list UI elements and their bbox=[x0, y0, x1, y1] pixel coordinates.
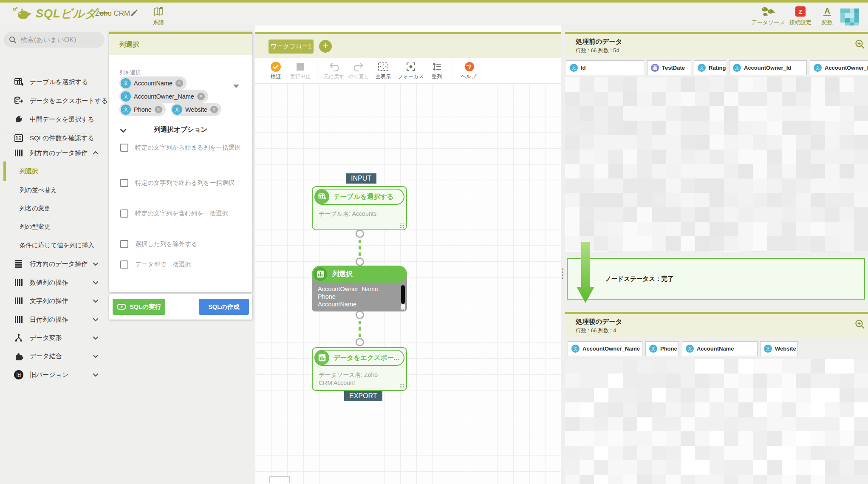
connector-port[interactable] bbox=[356, 338, 364, 346]
sidebar-item-intermediate-data[interactable]: 中間データを選択する bbox=[0, 112, 108, 127]
zoom-in-icon[interactable] bbox=[854, 38, 867, 51]
column-header-accountname[interactable]: 文 AccountName bbox=[682, 341, 758, 356]
sidebar-item-select-table[interactable]: テーブルを選択する bbox=[0, 74, 108, 90]
chevron-up-icon bbox=[92, 150, 99, 156]
search-input[interactable] bbox=[20, 36, 97, 44]
table-select-icon bbox=[14, 77, 24, 87]
chip-accountowner-name[interactable]: 文 AccountOwner_Name bbox=[119, 90, 208, 103]
sidebar-group-date-ops[interactable]: 日付列の操作 bbox=[0, 312, 108, 327]
checkbox-row-contains[interactable]: 特定の文字列を含む列を一括選択 bbox=[120, 209, 243, 218]
panel-splitter[interactable] bbox=[561, 25, 565, 484]
toolbar-undo[interactable]: 元に戻す bbox=[322, 61, 346, 80]
avatar[interactable] bbox=[840, 8, 859, 27]
vertical-bars-icon bbox=[14, 314, 24, 325]
scrollbar-thumb[interactable] bbox=[401, 285, 405, 304]
checkbox-row-exclude[interactable]: 選択した列を除外する bbox=[120, 240, 243, 249]
app-header: SQLビルダー Zoho CRM 系譜 データソース Z 接続設定 A 変 bbox=[0, 0, 868, 25]
node-column-select[interactable]: 列選択 AccountOwner_Name Phone AccountName bbox=[312, 266, 407, 309]
before-data-title: 処理前のデータ bbox=[576, 37, 622, 46]
sidebar-group-data-transform[interactable]: データ変形 bbox=[0, 330, 108, 345]
checkbox[interactable] bbox=[120, 240, 128, 248]
panel-actions-bar: SQLの実行 SQLの作成 bbox=[109, 294, 252, 320]
chip-phone[interactable]: 文 Phone bbox=[119, 103, 166, 116]
datasource-button[interactable]: データソース bbox=[750, 5, 786, 26]
add-workflow-button[interactable]: + bbox=[319, 40, 332, 53]
canvas-grid[interactable]: INPUT テーブルを選択する テーブル名: Accounts 列選択 bbox=[255, 84, 561, 484]
checkbox-row-by-type[interactable]: データ型で一括選択 bbox=[120, 260, 243, 269]
chip-website[interactable]: 文 Website bbox=[171, 103, 221, 116]
toolbar-stop[interactable]: 実行中止 bbox=[288, 61, 313, 80]
column-header-accountowner-id[interactable]: 文 AccountOwner_Id bbox=[729, 60, 807, 75]
column-header-accountowner-name[interactable]: 文 AccountOwner_Name bbox=[568, 341, 642, 356]
toolbar-align[interactable]: 整列 bbox=[426, 61, 447, 80]
resize-handle[interactable] bbox=[400, 305, 405, 310]
connector-port[interactable] bbox=[356, 258, 364, 266]
sidebar-group-legacy[interactable]: 旧 旧バージョン bbox=[0, 367, 108, 382]
node-export-data[interactable]: データをエクスポー... データソース名: Zoho CRM Account bbox=[312, 347, 407, 391]
sidebar-subitem-conditional-insert[interactable]: 条件に応じて値を列に挿入 bbox=[0, 238, 108, 252]
chevron-down-icon bbox=[92, 279, 99, 286]
remove-chip-icon[interactable] bbox=[175, 79, 183, 87]
toolbar-fit-view[interactable]: 全表示 bbox=[371, 61, 396, 80]
lineage-button[interactable]: 系譜 bbox=[140, 5, 177, 26]
chevron-down-icon bbox=[92, 334, 99, 341]
connector-port[interactable] bbox=[356, 229, 364, 238]
text-type-icon: 文 bbox=[764, 345, 772, 353]
before-data-header: 処理前のデータ 行数 : 66 列数 : 54 bbox=[565, 34, 868, 57]
column-header-testdate[interactable]: TestDate bbox=[647, 60, 691, 75]
checkbox-row-ends-with[interactable]: 特定の文字列で終わる列を一括選択 bbox=[120, 178, 243, 187]
sidebar-group-numeric-ops[interactable]: 数値列の操作 bbox=[0, 275, 108, 290]
column-header-phone[interactable]: 文 Phone bbox=[645, 341, 679, 356]
connector-port[interactable] bbox=[356, 311, 364, 319]
text-type-icon: 文 bbox=[733, 64, 741, 72]
toolbar-redo[interactable]: やり直し bbox=[346, 61, 371, 80]
checkbox-row-starts-with[interactable]: 特定の文字列から始まる列を一括選択 bbox=[120, 143, 243, 152]
sidebar-subitem-column-rename[interactable]: 列名の変更 bbox=[0, 201, 108, 215]
sidebar-subitem-column-select[interactable]: 列選択 bbox=[0, 164, 108, 178]
create-sql-button[interactable]: SQLの作成 bbox=[199, 299, 249, 315]
sidebar-item-export-data[interactable]: データをエクスポートする bbox=[0, 93, 108, 108]
remove-chip-icon[interactable] bbox=[197, 93, 205, 100]
edit-pencil-icon[interactable] bbox=[130, 8, 139, 18]
bar-chart-icon bbox=[315, 351, 329, 365]
resize-handle[interactable] bbox=[399, 384, 404, 389]
resize-handle[interactable] bbox=[399, 223, 404, 228]
chip-row: 文 AccountName bbox=[119, 76, 187, 90]
checkbox[interactable] bbox=[120, 179, 128, 187]
search-box[interactable] bbox=[3, 32, 105, 48]
zoom-in-icon[interactable] bbox=[854, 318, 867, 331]
column-header-accountowner-name[interactable]: 文 AccountOwner_Na bbox=[810, 60, 868, 75]
chip-accountname[interactable]: 文 AccountName bbox=[119, 76, 187, 90]
column-header-id[interactable]: 文 Id bbox=[566, 60, 644, 75]
sidebar-group-column-ops[interactable]: 列方向のデータ操作 bbox=[0, 145, 108, 161]
run-icon bbox=[117, 304, 126, 310]
sidebar-subitem-column-reorder[interactable]: 列の並べ替え bbox=[0, 183, 108, 197]
column-header-rating[interactable]: 文 Rating bbox=[694, 60, 726, 75]
toolbar-focus[interactable]: フォーカス bbox=[396, 61, 426, 80]
checkbox[interactable] bbox=[120, 209, 128, 218]
options-header[interactable]: 列選択オプション bbox=[109, 125, 252, 136]
node-select-table[interactable]: テーブルを選択する テーブル名: Accounts bbox=[312, 186, 407, 230]
text-type-icon: 文 bbox=[570, 64, 578, 72]
workflow-tab[interactable]: ワークフロー1 bbox=[269, 40, 314, 54]
checkbox[interactable] bbox=[120, 144, 128, 152]
column-header-website[interactable]: 文 Website bbox=[760, 341, 798, 356]
run-sql-button[interactable]: SQLの実行 bbox=[113, 299, 165, 315]
redo-icon bbox=[346, 61, 371, 73]
toolbar-verify[interactable]: 検証 bbox=[263, 61, 288, 80]
fit-screen-icon bbox=[371, 61, 396, 73]
input-label: INPUT bbox=[346, 173, 376, 184]
checkbox[interactable] bbox=[120, 260, 128, 269]
flow-arrow-icon bbox=[577, 242, 594, 303]
sidebar-group-data-join[interactable]: データ結合 bbox=[0, 348, 108, 364]
sidebar-group-row-ops[interactable]: 行方向のデータ操作 bbox=[0, 256, 108, 272]
bar-chart-icon bbox=[314, 267, 327, 281]
app-logo: SQLビルダー bbox=[12, 6, 109, 21]
sidebar-subitem-column-type[interactable]: 列の型変更 bbox=[0, 219, 108, 234]
toolbar-help[interactable]: ? ヘルプ bbox=[456, 61, 481, 80]
sidebar-group-string-ops[interactable]: 文字列の操作 bbox=[0, 293, 108, 309]
canvas-minimap[interactable] bbox=[269, 476, 290, 483]
chip-row: 文 Phone 文 Website bbox=[119, 103, 221, 116]
options-title: 列選択オプション bbox=[109, 125, 252, 134]
dropdown-caret-icon[interactable] bbox=[233, 85, 239, 88]
